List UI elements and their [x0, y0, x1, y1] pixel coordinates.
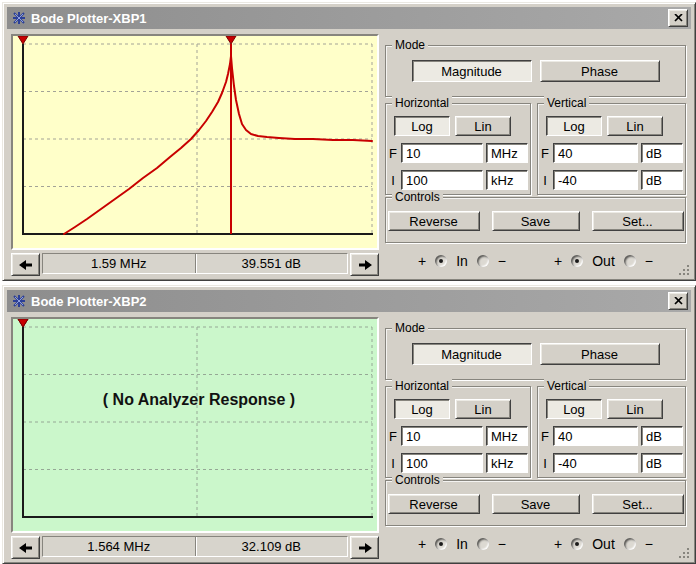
- plot-background: [13, 319, 377, 531]
- readout-level: 32.109 dB: [195, 537, 348, 556]
- bode-plotter-window-2: Bode Plotter-XBP2 ( No Analyze: [2, 285, 696, 564]
- controls-group: Controls Reverse Save Set...: [385, 480, 686, 526]
- horizontal-log-button[interactable]: Log: [394, 399, 450, 419]
- settings-panel: Mode Magnitude Phase Horizontal Log Lin …: [385, 34, 688, 275]
- plot-area[interactable]: ( No Analyzer Response ): [13, 319, 377, 531]
- plot-area[interactable]: [13, 36, 377, 248]
- out-plus-label: +: [554, 253, 562, 269]
- horizontal-group: Horizontal Log Lin F MHz I kHz: [385, 103, 531, 195]
- out-minus-label: −: [645, 536, 653, 552]
- arrow-left-icon[interactable]: [11, 253, 40, 276]
- horizontal-group-label: Horizontal: [392, 379, 452, 394]
- out-label: Out: [592, 253, 615, 269]
- in-label: In: [456, 253, 468, 269]
- reverse-button[interactable]: Reverse: [388, 494, 480, 514]
- horizontal-initial-input[interactable]: [401, 453, 483, 473]
- horizontal-initial-label: I: [388, 456, 398, 471]
- vertical-final-input[interactable]: [553, 426, 638, 446]
- horizontal-initial-input[interactable]: [401, 170, 483, 190]
- in-minus-label: −: [498, 253, 506, 269]
- io-terminals: + In − + Out −: [385, 249, 686, 273]
- horizontal-lin-button[interactable]: Lin: [455, 116, 511, 136]
- vertical-log-button[interactable]: Log: [546, 116, 602, 136]
- arrow-right-icon[interactable]: [350, 536, 379, 559]
- in-plus-label: +: [418, 253, 426, 269]
- vertical-group-label: Vertical: [544, 96, 589, 111]
- window-title: Bode Plotter-XBP1: [31, 11, 668, 26]
- out-minus-label: −: [645, 253, 653, 269]
- window-icon: [11, 293, 27, 309]
- horizontal-initial-unit: kHz: [486, 170, 528, 190]
- out-minus-radio[interactable]: [624, 255, 636, 267]
- window-icon: [11, 10, 27, 26]
- close-icon[interactable]: [668, 9, 688, 27]
- vertical-lin-button[interactable]: Lin: [607, 116, 663, 136]
- plot-panel: [11, 34, 379, 250]
- horizontal-final-unit: MHz: [486, 143, 528, 163]
- plot-background: [13, 36, 377, 248]
- save-button[interactable]: Save: [492, 494, 580, 514]
- vertical-group: Vertical Log Lin F dB I dB: [537, 103, 686, 195]
- horizontal-group: Horizontal Log Lin F MHz I kHz: [385, 386, 531, 478]
- horizontal-log-button[interactable]: Log: [394, 116, 450, 136]
- vertical-initial-unit: dB: [641, 453, 683, 473]
- horizontal-final-unit: MHz: [486, 426, 528, 446]
- in-plus-label: +: [418, 536, 426, 552]
- in-minus-radio[interactable]: [477, 255, 489, 267]
- vertical-log-button[interactable]: Log: [546, 399, 602, 419]
- vertical-final-input[interactable]: [553, 143, 638, 163]
- settings-panel: Mode Magnitude Phase Horizontal Log Lin …: [385, 317, 688, 558]
- phase-button[interactable]: Phase: [540, 60, 660, 82]
- no-response-message: ( No Analyzer Response ): [103, 391, 295, 408]
- set-button[interactable]: Set...: [592, 211, 684, 231]
- in-minus-label: −: [498, 536, 506, 552]
- horizontal-group-label: Horizontal: [392, 96, 452, 111]
- controls-group-label: Controls: [392, 190, 443, 205]
- horizontal-final-input[interactable]: [401, 426, 483, 446]
- vertical-final-unit: dB: [641, 426, 683, 446]
- horizontal-final-label: F: [388, 146, 398, 161]
- magnitude-button[interactable]: Magnitude: [412, 60, 532, 82]
- readout-frequency: 1.59 MHz: [43, 254, 195, 273]
- horizontal-final-input[interactable]: [401, 143, 483, 163]
- magnitude-button[interactable]: Magnitude: [412, 343, 532, 365]
- close-icon[interactable]: [668, 292, 688, 310]
- arrow-left-icon[interactable]: [11, 536, 40, 559]
- vertical-final-label: F: [540, 429, 550, 444]
- mode-group: Mode Magnitude Phase: [385, 328, 686, 380]
- in-plus-radio[interactable]: [435, 538, 447, 550]
- mode-group: Mode Magnitude Phase: [385, 45, 686, 97]
- out-plus-radio[interactable]: [571, 538, 583, 550]
- cursor-readout: 1.59 MHz 39.551 dB: [11, 253, 379, 274]
- cursor-readout: 1.564 MHz 32.109 dB: [11, 536, 379, 557]
- set-button[interactable]: Set...: [592, 494, 684, 514]
- vertical-lin-button[interactable]: Lin: [607, 399, 663, 419]
- in-minus-radio[interactable]: [477, 538, 489, 550]
- window-title: Bode Plotter-XBP2: [31, 294, 668, 309]
- reverse-button[interactable]: Reverse: [388, 211, 480, 231]
- titlebar[interactable]: Bode Plotter-XBP2: [7, 290, 691, 312]
- io-terminals: + In − + Out −: [385, 532, 686, 556]
- readout-level: 39.551 dB: [195, 254, 348, 273]
- plot-panel: ( No Analyzer Response ): [11, 317, 379, 533]
- controls-group: Controls Reverse Save Set...: [385, 197, 686, 243]
- vertical-initial-input[interactable]: [553, 453, 638, 473]
- resize-grip-icon[interactable]: [678, 264, 690, 276]
- save-button[interactable]: Save: [492, 211, 580, 231]
- out-minus-radio[interactable]: [624, 538, 636, 550]
- titlebar[interactable]: Bode Plotter-XBP1: [7, 7, 691, 29]
- out-plus-radio[interactable]: [571, 255, 583, 267]
- vertical-initial-input[interactable]: [553, 170, 638, 190]
- horizontal-lin-button[interactable]: Lin: [455, 399, 511, 419]
- arrow-right-icon[interactable]: [350, 253, 379, 276]
- mode-group-label: Mode: [392, 321, 428, 336]
- vertical-final-unit: dB: [641, 143, 683, 163]
- vertical-initial-label: I: [540, 173, 550, 188]
- in-plus-radio[interactable]: [435, 255, 447, 267]
- horizontal-initial-label: I: [388, 173, 398, 188]
- out-plus-label: +: [554, 536, 562, 552]
- resize-grip-icon[interactable]: [678, 547, 690, 559]
- phase-button[interactable]: Phase: [540, 343, 660, 365]
- bode-plotter-window-1: Bode Plotter-XBP1: [2, 2, 696, 281]
- out-label: Out: [592, 536, 615, 552]
